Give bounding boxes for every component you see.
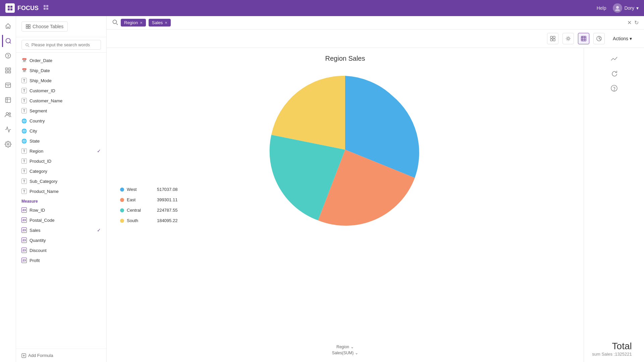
field-item-region[interactable]: T Region ✓ [16,146,106,156]
choose-tables-button[interactable]: Choose Tables [21,21,68,32]
actions-button[interactable]: Actions ▾ [609,34,636,43]
tag-close-icon[interactable]: × [165,20,167,25]
axis-sales-chevron: ⌄ [355,351,358,355]
axis-sales[interactable]: Sales(SUM) ⌄ [332,351,359,355]
field-item-customer_id[interactable]: T Customer_ID [16,86,106,96]
field-item-product_name[interactable]: T Product_Name [16,186,106,196]
tag-label: Sales [152,20,163,25]
field-item-sales[interactable]: 23 Sales ✓ [16,225,106,235]
field-item-sub_category[interactable]: T Sub_Category [16,176,106,186]
main-layout: Choose Tables 📅 Order_Date 📅 Ship_Date T… [0,16,644,362]
measure-section-label: Measure [16,196,106,205]
add-button[interactable] [43,4,49,12]
field-name: Sales [30,228,41,233]
field-item-order_date[interactable]: 📅 Order_Date [16,55,106,65]
svg-rect-29 [550,36,552,38]
app-name: FOCUS [17,5,39,12]
help-link[interactable]: Help [597,5,606,11]
svg-rect-15 [5,71,7,73]
sales-tag[interactable]: Sales× [149,19,171,27]
content-area: Region×Sales× ✕ ↻ [107,16,644,362]
field-type-icon: 🌐 [21,118,27,123]
line-chart-icon[interactable] [609,53,620,64]
svg-point-9 [615,9,620,11]
field-item-row_id[interactable]: 23 Row_ID [16,205,106,215]
sidebar-search-input[interactable] [32,42,97,47]
svg-rect-16 [8,71,10,73]
user-avatar [613,3,622,13]
svg-rect-18 [5,98,10,103]
legend-dot-central [120,208,124,212]
field-type-icon: 23 [21,227,27,233]
refresh-icon[interactable]: ↻ [634,19,639,26]
field-item-postal_code[interactable]: 23 Postal_Code [16,215,106,225]
field-type-icon: 🌐 [21,138,27,144]
settings-icon[interactable] [2,138,14,150]
people-icon[interactable] [2,109,14,121]
legend-dot-west [120,188,124,192]
legend-dot-east [120,198,124,202]
tag-close-icon[interactable]: × [140,20,143,25]
user-menu[interactable]: Dory ▾ [613,3,639,13]
axis-region[interactable]: Region ⌄ [336,345,354,349]
topnav-right: Help Dory ▾ [597,3,639,13]
field-type-icon: T [21,168,27,174]
clear-icon[interactable]: ✕ [627,19,632,26]
inbox-icon[interactable] [2,79,14,91]
dashboard-icon[interactable] [2,64,14,76]
field-name: Discount [30,248,47,253]
field-item-ship_date[interactable]: 📅 Ship_Date [16,65,106,75]
field-name: Postal_Code [30,218,54,223]
chart-icon[interactable] [593,33,605,44]
axis-region-chevron: ⌄ [351,345,354,349]
field-item-category[interactable]: T Category [16,166,106,176]
analytics-icon[interactable] [2,123,14,136]
pie-chart [265,69,426,230]
right-panel: Total sum Sales :1325221 [584,48,644,362]
field-name: Country [30,118,45,123]
actions-chevron: ▾ [630,36,632,41]
field-item-quantity[interactable]: 23 Quantity [16,235,106,245]
svg-rect-32 [553,39,555,41]
field-check-icon: ✓ [97,227,101,233]
settings-gear-icon[interactable] [562,33,574,44]
table-icon[interactable] [2,94,14,106]
field-item-product_id[interactable]: T Product_ID [16,156,106,166]
sidebar: Choose Tables 📅 Order_Date 📅 Ship_Date T… [16,16,107,362]
card-view-icon[interactable] [547,33,558,44]
field-type-icon: 23 [21,238,27,243]
search-input-wrap[interactable] [21,40,101,50]
svg-rect-4 [44,5,46,7]
field-item-state[interactable]: 🌐 State [16,136,106,146]
grid-view-icon[interactable] [578,33,589,44]
svg-rect-30 [553,36,555,38]
svg-rect-0 [8,6,10,8]
field-type-icon: 23 [21,217,27,223]
svg-rect-23 [29,24,30,26]
svg-point-12 [8,57,8,57]
main-search-input[interactable] [173,20,625,25]
field-item-ship_mode[interactable]: T Ship_Mode [16,75,106,86]
svg-rect-34 [581,36,586,41]
search-icon [112,19,118,27]
field-item-customer_name[interactable]: T Customer_Name [16,96,106,106]
legend-label: East [127,197,136,202]
field-item-discount[interactable]: 23 Discount [16,245,106,255]
chart-main: Region Sales [107,48,584,362]
refresh-panel-icon[interactable] [609,68,620,79]
field-item-profit[interactable]: 23 Profit [16,255,106,265]
field-item-country[interactable]: 🌐 Country [16,116,106,126]
field-item-city[interactable]: 🌐 City [16,126,106,136]
axis-region-label: Region [336,345,349,349]
question-icon[interactable] [2,50,14,62]
svg-point-10 [6,39,10,43]
legend-item-east: East 399301.11 [120,197,177,202]
add-formula-button[interactable]: Add Formula [16,349,106,362]
home-icon[interactable] [2,20,14,32]
field-item-segment[interactable]: T Segment [16,106,106,116]
actions-label: Actions [613,36,628,41]
search-nav-icon[interactable] [2,35,14,47]
chart-bottom-labels: Region ⌄ Sales(SUM) ⌄ [332,345,359,355]
help-panel-icon[interactable] [609,83,620,94]
region-tag[interactable]: Region× [121,19,146,27]
